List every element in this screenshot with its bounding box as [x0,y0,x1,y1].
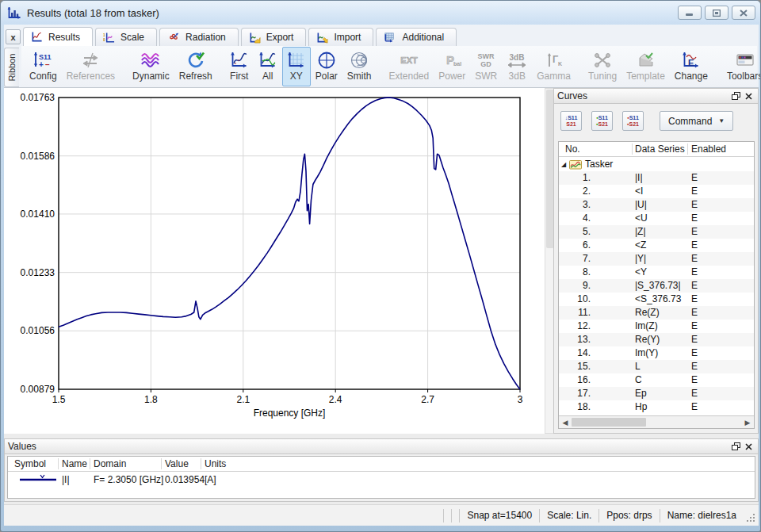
row-data-series: Ep [635,388,647,399]
curves-title-bar[interactable]: Curves [554,89,758,104]
close-panel-icon[interactable] [742,90,755,102]
swr-button: SWRGDSWR [470,47,502,86]
svg-text:GD: GD [480,60,491,68]
status-cell: Scale: Lin. [539,509,598,522]
toolbars-button[interactable]: Toolbars [722,47,761,86]
button-label: Tuning [588,71,617,82]
value-name: |I| [62,474,70,485]
row-data-series: <S_376.73 [635,293,681,304]
chevron-down-icon: ▼ [718,117,725,124]
minimize-button[interactable] [678,6,702,20]
curve-row-4[interactable]: 4. <U E [559,212,754,225]
button-label: Refresh [179,71,212,82]
tab-scale-icon: 10 [103,32,115,44]
svg-text:0.01056: 0.01056 [21,325,55,336]
button-label: XY [290,71,303,82]
row-data-series: |S_376.73| [635,280,681,291]
curve-row-11[interactable]: 11. Re(Z) E [559,306,754,320]
value-units: [A] [205,474,216,485]
row-data-series: Hp [635,401,647,412]
curve-row-3[interactable]: 3. |U| E [559,198,754,212]
col-units: Units [205,458,226,469]
resize-grip[interactable] [745,512,756,523]
float-panel-icon[interactable] [729,441,742,453]
xy-button[interactable]: XY [282,47,311,86]
ribbon-close-button[interactable]: x [6,29,21,44]
config-button[interactable]: S11+−Config [25,47,62,86]
ribbon-side-tab[interactable]: Ribbon [4,48,19,87]
curve-row-7[interactable]: 7. |Y| E [559,252,754,266]
tab-label: Additional [402,32,444,43]
scroll-left-icon[interactable]: ◀ [559,416,572,428]
curve-row-8[interactable]: 8. <Y E [559,266,754,279]
curves-horizontal-scrollbar[interactable]: ◀ ▶ [559,415,754,428]
row-enabled: E [691,280,698,291]
curve-row-2[interactable]: 2. <I E [559,185,754,198]
row-enabled: E [691,401,698,412]
button-label: Toolbars [727,71,761,82]
scrollbar-thumb[interactable] [572,418,646,427]
svg-text:2.7: 2.7 [421,394,434,405]
polar-button[interactable]: Polar [311,47,342,86]
title-bar[interactable]: Results (total 18 from tasker) [1,1,761,25]
tab-export[interactable]: Export [241,28,307,46]
curve-row-13[interactable]: 13. Re(Y) E [559,333,754,346]
float-panel-icon[interactable] [729,90,742,102]
svg-text:K: K [558,61,562,67]
svg-text:0: 0 [103,38,105,42]
curve-row-9[interactable]: 9. |S_376.73| E [559,279,754,293]
row-number: 3. [565,199,591,210]
first-button[interactable]: First [225,47,254,86]
xy-chart[interactable]: 1.51.82.12.42.730.017630.015860.014100.0… [4,88,545,437]
xy-chart-panel[interactable]: 1.51.82.12.42.730.017630.015860.014100.0… [4,88,545,434]
values-table-header[interactable]: Symbol Name Domain Value Units [8,457,755,472]
curves-table-header[interactable]: No. Data Series Enabled [559,142,754,157]
curve-row-17[interactable]: 17. Ep E [559,387,754,400]
curve-row-16[interactable]: 16. C E [559,373,754,387]
values-title-bar[interactable]: Values [5,439,758,454]
svg-text:EXT: EXT [400,55,418,65]
scroll-right-icon[interactable]: ▶ [741,416,754,428]
curve-row-6[interactable]: 6. <Z E [559,239,754,252]
row-number: 1. [565,172,591,183]
dynamic-button[interactable]: Dynamic [128,47,174,86]
tab-label: Radiation [185,32,226,43]
curve-row-18[interactable]: 18. Hp E [559,400,754,414]
tab-import[interactable]: Import [308,28,373,46]
change-button[interactable]: EChange [670,47,713,86]
template-button: Template [621,47,670,86]
tab-radiation[interactable]: Radiation [159,28,239,46]
all-button[interactable]: All [254,47,282,86]
disable-s11-s21-button[interactable]: ▪S11▪S21 [622,111,644,131]
enable-s11-s21-button[interactable]: ▪S11▪S21 [591,111,613,131]
command-dropdown[interactable]: Command▼ [660,111,733,131]
values-row[interactable]: |I| F= 2.3050 [GHz] 0.013954 [A] [8,472,755,488]
power-button: PbalPower [434,47,470,86]
smith-button[interactable]: Smith [342,47,377,86]
refresh-button[interactable]: Refresh [174,47,217,86]
row-data-series: |I| [635,172,643,183]
curve-row-15[interactable]: 15. L E [559,360,754,373]
tab-scale[interactable]: 10Scale [95,28,157,46]
svg-text:−: − [45,60,50,69]
col-domain: Domain [94,458,126,469]
curve-row-10[interactable]: 10. <S_376.73 E [559,293,754,306]
window-title: Results (total 18 from tasker) [27,7,678,19]
curve-row-5[interactable]: 5. |Z| E [559,225,754,239]
curve-row-12[interactable]: 12. Im(Z) E [559,320,754,333]
tree-group-tasker[interactable]: ◢ Tasker [559,158,754,171]
app-chart-icon [7,6,21,19]
curve-row-14[interactable]: 14. Im(Y) E [559,346,754,360]
row-data-series: Re(Y) [635,334,660,345]
row-number: 6. [565,239,591,251]
restore-button[interactable] [705,6,728,20]
close-panel-icon[interactable] [742,441,755,453]
curve-row-1[interactable]: 1. |I| E [559,171,754,185]
plot-s11-s21-button[interactable]: ↓S11S21 [560,111,582,131]
tab-results[interactable]: Results [23,27,93,46]
tab-additional[interactable]: Additional [376,28,457,46]
curves-title: Curves [557,90,729,101]
tree-expander-icon[interactable]: ◢ [561,161,566,168]
close-button[interactable] [732,6,755,20]
references-button: References [62,47,120,86]
